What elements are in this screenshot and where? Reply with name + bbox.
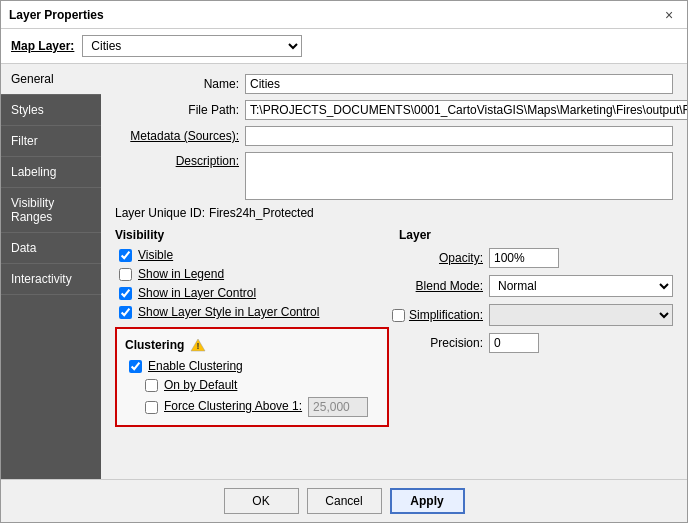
description-input[interactable] (245, 152, 673, 200)
metadata-label: Metadata (Sources): (115, 129, 245, 143)
show-style-label: Show Layer Style in Layer Control (138, 305, 319, 319)
ok-button[interactable]: OK (224, 488, 299, 514)
sidebar-item-general[interactable]: General (1, 64, 101, 95)
dialog-title: Layer Properties (9, 8, 104, 22)
layer-id-label: Layer Unique ID: (115, 206, 205, 220)
cancel-button[interactable]: Cancel (307, 488, 382, 514)
clustering-title: Clustering (125, 338, 184, 352)
filepath-value: T:\PROJECTS_DOCUMENTS\0001_CartoVistaGIS… (250, 103, 687, 117)
show-style-checkbox[interactable] (119, 306, 132, 319)
visible-row: Visible (119, 248, 389, 262)
visibility-title: Visibility (115, 228, 389, 242)
footer: OK Cancel Apply (1, 479, 687, 522)
enable-clustering-row: Enable Clustering (129, 359, 379, 373)
show-legend-checkbox[interactable] (119, 268, 132, 281)
show-style-row: Show Layer Style in Layer Control (119, 305, 389, 319)
content-area: General Styles Filter Labeling Visibilit… (1, 64, 687, 479)
title-bar: Layer Properties × (1, 1, 687, 29)
close-button[interactable]: × (659, 5, 679, 25)
blend-mode-row: Blend Mode: Normal Multiply Screen Overl… (399, 275, 673, 297)
show-legend-row: Show in Legend (119, 267, 389, 281)
name-row: Name: (115, 74, 673, 94)
svg-text:!: ! (197, 341, 200, 351)
enable-clustering-checkbox[interactable] (129, 360, 142, 373)
simplification-select[interactable]: Low Medium High (489, 304, 673, 326)
blend-mode-label: Blend Mode: (399, 279, 489, 293)
sidebar-item-labeling[interactable]: Labeling (1, 157, 101, 188)
sidebar: General Styles Filter Labeling Visibilit… (1, 64, 101, 479)
left-column: Visibility Visible Show in Legend Show i… (115, 228, 389, 427)
on-by-default-row: On by Default (145, 378, 379, 392)
metadata-input[interactable] (245, 126, 673, 146)
apply-button[interactable]: Apply (390, 488, 465, 514)
layer-id-row: Layer Unique ID: Fires24h_Protected (115, 206, 673, 220)
map-layer-row: Map Layer: Cities (1, 29, 687, 64)
enable-clustering-label: Enable Clustering (148, 359, 243, 373)
show-layer-control-label: Show in Layer Control (138, 286, 256, 300)
force-clustering-label: Force Clustering Above 1: (164, 399, 302, 415)
warning-icon: ! (190, 337, 206, 353)
visible-checkbox[interactable] (119, 249, 132, 262)
on-by-default-checkbox[interactable] (145, 379, 158, 392)
sidebar-item-styles[interactable]: Styles (1, 95, 101, 126)
metadata-row: Metadata (Sources): (115, 126, 673, 146)
force-clustering-checkbox[interactable] (145, 401, 158, 414)
layer-id-value: Fires24h_Protected (209, 206, 314, 220)
precision-input[interactable] (489, 333, 539, 353)
opacity-row: Opacity: (399, 248, 673, 268)
clustering-section: Clustering ! Enable Clustering (115, 327, 389, 427)
simplification-row: Simplification: Low Medium High (399, 304, 673, 326)
description-row: Description: (115, 152, 673, 200)
layer-properties-dialog: Layer Properties × Map Layer: Cities Gen… (0, 0, 688, 523)
sidebar-item-filter[interactable]: Filter (1, 126, 101, 157)
visible-label: Visible (138, 248, 173, 262)
force-clustering-input[interactable] (308, 397, 368, 417)
map-layer-label: Map Layer: (11, 39, 74, 53)
sidebar-item-interactivity[interactable]: Interactivity (1, 264, 101, 295)
right-column: Layer Opacity: Blend Mode: Normal Multip… (399, 228, 673, 427)
on-by-default-label: On by Default (164, 378, 237, 392)
show-layer-control-checkbox[interactable] (119, 287, 132, 300)
name-label: Name: (115, 77, 245, 91)
opacity-label: Opacity: (399, 251, 489, 265)
layer-section-title: Layer (399, 228, 673, 242)
opacity-input[interactable] (489, 248, 559, 268)
show-layer-control-row: Show in Layer Control (119, 286, 389, 300)
precision-row: Precision: (399, 333, 673, 353)
map-layer-select[interactable]: Cities (82, 35, 302, 57)
sidebar-item-data[interactable]: Data (1, 233, 101, 264)
two-col-section: Visibility Visible Show in Legend Show i… (115, 228, 673, 427)
main-content: Name: File Path: T:\PROJECTS_DOCUMENTS\0… (101, 64, 687, 479)
sidebar-item-visibility-ranges[interactable]: Visibility Ranges (1, 188, 101, 233)
clustering-header: Clustering ! (125, 337, 379, 353)
force-clustering-row: Force Clustering Above 1: (145, 397, 379, 417)
simplification-checkbox[interactable] (392, 309, 405, 322)
name-input[interactable] (245, 74, 673, 94)
show-legend-label: Show in Legend (138, 267, 224, 281)
precision-label: Precision: (399, 336, 489, 350)
filepath-label: File Path: (115, 103, 245, 117)
blend-mode-select[interactable]: Normal Multiply Screen Overlay (489, 275, 673, 297)
filepath-row: File Path: T:\PROJECTS_DOCUMENTS\0001_Ca… (115, 100, 673, 120)
simplification-label-container: Simplification: (399, 308, 489, 322)
description-label: Description: (115, 152, 245, 168)
filepath-container: T:\PROJECTS_DOCUMENTS\0001_CartoVistaGIS… (245, 100, 687, 120)
simplification-label: Simplification: (409, 308, 483, 322)
